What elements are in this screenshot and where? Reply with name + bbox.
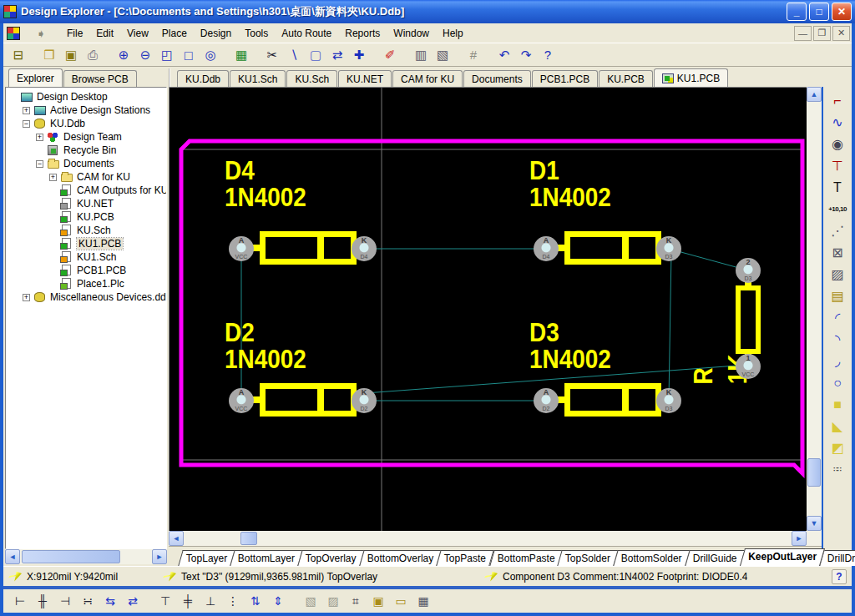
distribute-vertical-icon[interactable]: ⋮ [223,591,243,611]
canvas-h-scroll-thumb[interactable] [240,532,257,545]
tree-item-ku-ddb[interactable]: −KU.Ddb [9,117,166,130]
layer-tab-keepoutlayer[interactable]: KeepOutLayer [740,548,825,566]
drc-batch-icon[interactable]: ▧ [433,45,453,65]
arrange-components-icon[interactable]: ▣ [368,591,388,611]
canvas-v-scrollbar[interactable]: ▲ ▼ [807,87,822,531]
center-vertical-icon[interactable]: ╪ [178,591,198,611]
diode-body-D2[interactable] [260,383,357,417]
panel-tab-browse-pcb[interactable]: Browse PCB [63,70,137,87]
menu-design[interactable]: Design [194,25,238,42]
tree-item-ku1-sch[interactable]: KU1.Sch [9,250,166,264]
doc-tab-ku.net[interactable]: KU.NET [338,70,392,87]
tree-h-scrollbar[interactable]: ◄ ► [5,549,167,564]
arc-edge-icon[interactable]: ◜ [827,307,848,328]
expand-icon[interactable]: + [36,134,43,141]
place-track-icon[interactable]: ⌐ [827,90,848,111]
layer-tab-bottomoverlay[interactable]: BottomOverlay [359,550,442,566]
component-placement-icon[interactable]: ▭ [391,591,411,611]
tree-item-recycle-bin[interactable]: Recycle Bin [9,144,166,157]
layer-tab-drillguide[interactable]: DrillGuide [685,550,745,566]
maximize-button[interactable]: □ [809,3,829,21]
canvas-h-scrollbar[interactable]: ◄ ► [169,531,822,546]
expand-icon[interactable]: + [23,294,30,301]
close-button[interactable]: ✕ [832,3,852,21]
scroll-up-icon[interactable]: ▲ [807,87,822,102]
tree-item-documents[interactable]: −Documents [9,157,166,170]
place-component-icon[interactable]: ▤ [827,285,848,306]
drc-online-icon[interactable]: ▥ [411,45,431,65]
layer-tab-topsolder[interactable]: TopSolder [558,550,619,566]
scroll-right-icon[interactable]: ► [152,549,167,564]
place-dimension-icon[interactable]: ⋰ [827,220,848,241]
pad-R-1[interactable]: 1VCC [736,354,761,379]
comment-D2[interactable]: 1N4002 [225,346,306,372]
designator-D2[interactable]: D2 [225,320,255,346]
arc-angle-icon[interactable]: ◞ [827,351,848,371]
full-circle-icon[interactable]: ○ [827,372,848,393]
expand-icon[interactable]: + [49,174,57,181]
scroll-down-icon[interactable]: ▼ [807,516,822,531]
layer-tab-toplayer[interactable]: TopLayer [178,550,235,566]
collapse-icon[interactable]: − [36,160,43,168]
down-arrow-icon[interactable]: ➧ [27,26,55,41]
paste-array-icon[interactable]: ∷∷ [827,459,848,480]
decrease-h-spacing-icon[interactable]: ⇄ [123,591,143,611]
context-help-button[interactable]: ? [832,569,847,584]
open-document-icon[interactable]: ❒ [39,45,59,65]
doc-tab-ku.sch[interactable]: KU.Sch [286,70,337,87]
place-pad-icon[interactable]: ⊤ [827,155,848,176]
collapse-icon[interactable]: − [23,120,30,128]
tree-item-cam-outputs-for-ku[interactable]: CAM Outputs for KU [9,184,166,197]
diode-body-D4[interactable] [260,231,357,265]
move-to-grid-icon[interactable]: ⌗ [346,591,366,611]
pad-D2-A[interactable]: AVCC [229,388,254,413]
tree-item-active-design-stations[interactable]: +Active Design Stations [9,104,166,117]
doc-tab-pcb1.pcb[interactable]: PCB1.PCB [532,70,598,87]
menu-place[interactable]: Place [155,25,194,42]
align-right-icon[interactable]: ⊣ [55,591,75,611]
layer-tab-topoverlay[interactable]: TopOverlay [298,550,365,566]
place-rect-fill-icon[interactable]: ■ [827,394,848,415]
split-plane-icon[interactable]: ◩ [827,437,848,458]
align-bottom-icon[interactable]: ⊥ [200,591,220,611]
align-top-icon[interactable]: ⊤ [155,591,175,611]
edit-track-icon[interactable]: ✂ [262,45,282,65]
increase-v-spacing-icon[interactable]: ⇅ [245,591,266,611]
camera-board-icon[interactable]: ▦ [231,45,251,65]
pad-D2-K[interactable]: KD2 [352,388,377,413]
redo-icon[interactable]: ↷ [516,45,536,65]
tree-item-design-desktop[interactable]: Design Desktop [9,90,166,104]
wizard-icon[interactable]: ✐ [380,45,400,65]
slice-track-icon[interactable]: ∖ [284,45,304,65]
pad-D4-K[interactable]: KD4 [352,236,377,261]
move-selection-icon[interactable]: ⇄ [327,45,347,65]
place-polygon-icon[interactable]: ◣ [827,416,848,437]
place-cutout-icon[interactable]: ⊠ [827,242,848,263]
align-left-icon[interactable]: ⊢ [10,591,30,611]
zoom-document-icon[interactable]: ◻ [179,45,199,65]
menu-reports[interactable]: Reports [338,25,387,42]
scroll-left-icon[interactable]: ◄ [5,549,20,564]
pcb-canvas[interactable]: D41N4002AVCCKD4D11N4002AD4KD3D21N4002AVC… [169,87,807,531]
select-area-icon[interactable]: ▢ [306,45,326,65]
diode-body-D1[interactable] [564,231,661,265]
designator-D3[interactable]: D3 [529,320,559,346]
menu-file[interactable]: File [60,25,89,42]
comment-D3[interactable]: 1N4002 [529,346,611,372]
tree-item-design-team[interactable]: +Design Team [9,130,166,144]
menu-help[interactable]: Help [436,25,470,42]
pad-D1-A[interactable]: AD4 [534,236,559,261]
tree-h-scroll-thumb[interactable] [22,550,120,563]
explorer-toggle-icon[interactable]: ⊟ [8,45,28,65]
pad-R-2[interactable]: 2D3 [736,258,761,283]
expand-icon[interactable]: + [23,107,30,114]
room-wizard-icon[interactable]: ▦ [413,591,433,611]
pad-D3-A[interactable]: AD2 [534,388,559,413]
diode-body-D3[interactable] [564,383,661,417]
mdi-close-button[interactable]: ✕ [832,26,850,41]
pad-D3-K[interactable]: KD3 [656,388,681,413]
minimize-button[interactable]: _ [787,3,807,21]
doc-tab-ku.ddb[interactable]: KU.Ddb [177,70,229,87]
distribute-horizontal-icon[interactable]: ∺ [78,591,98,611]
panel-tab-explorer[interactable]: Explorer [8,68,63,87]
